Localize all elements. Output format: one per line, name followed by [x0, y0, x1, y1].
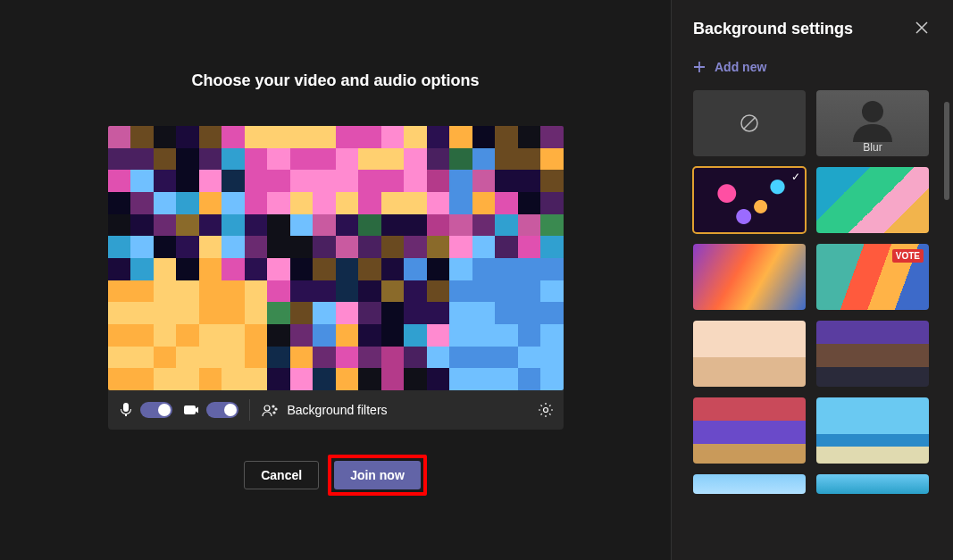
- main-area: Choose your video and audio options Back…: [0, 0, 671, 560]
- background-tile-6[interactable]: [816, 321, 929, 387]
- svg-point-2: [275, 408, 277, 410]
- check-icon: ✓: [791, 171, 800, 183]
- background-tile-none[interactable]: [693, 90, 806, 156]
- blur-label: Blur: [816, 141, 929, 154]
- background-tile-blur[interactable]: Blur: [816, 90, 929, 156]
- no-background-icon: [740, 113, 759, 133]
- action-row: Cancel Join now: [244, 455, 427, 496]
- svg-point-3: [273, 412, 275, 414]
- camera-icon[interactable]: [183, 401, 201, 419]
- microphone-icon[interactable]: [117, 401, 135, 419]
- control-bar: Background filters: [108, 390, 564, 430]
- background-tile-7[interactable]: [693, 397, 806, 464]
- add-new-button[interactable]: Add new: [672, 47, 953, 90]
- background-tile-10[interactable]: [816, 474, 929, 494]
- join-highlight: Join now: [328, 455, 427, 496]
- background-tile-8[interactable]: [816, 397, 929, 464]
- background-tile-2[interactable]: [816, 167, 929, 233]
- page-title: Choose your video and audio options: [191, 71, 479, 90]
- preview-wrap: Background filters: [108, 126, 564, 430]
- background-settings-panel: Background settings Add new Blur ✓: [671, 0, 953, 560]
- panel-scrollbar[interactable]: [944, 102, 949, 200]
- divider: [249, 399, 250, 421]
- panel-title: Background settings: [693, 20, 915, 38]
- avatar-icon: [862, 101, 883, 122]
- background-tile-3[interactable]: [693, 244, 806, 310]
- microphone-toggle[interactable]: [140, 402, 172, 418]
- cancel-button[interactable]: Cancel: [244, 461, 319, 489]
- background-tile-5[interactable]: [693, 321, 806, 387]
- background-grid: Blur ✓: [693, 90, 935, 494]
- video-preview: [108, 126, 564, 390]
- background-grid-scroll[interactable]: Blur ✓: [672, 90, 953, 560]
- close-icon[interactable]: [915, 21, 932, 38]
- background-tile-4[interactable]: [816, 244, 929, 310]
- plus-icon: [693, 61, 706, 73]
- video-preview-image: [108, 126, 564, 390]
- background-tile-9[interactable]: [693, 474, 806, 494]
- camera-toggle[interactable]: [206, 402, 238, 418]
- panel-header: Background settings: [672, 0, 953, 47]
- svg-point-4: [543, 408, 548, 413]
- svg-point-1: [272, 405, 274, 407]
- background-filters-label: Background filters: [288, 403, 388, 417]
- add-new-label: Add new: [715, 60, 766, 74]
- svg-point-0: [264, 405, 270, 411]
- background-filters-icon: [261, 401, 279, 419]
- device-settings-button[interactable]: [537, 401, 555, 419]
- join-now-button[interactable]: Join now: [334, 461, 421, 489]
- background-filters-button[interactable]: Background filters: [261, 401, 388, 419]
- background-tile-1[interactable]: ✓: [693, 167, 806, 233]
